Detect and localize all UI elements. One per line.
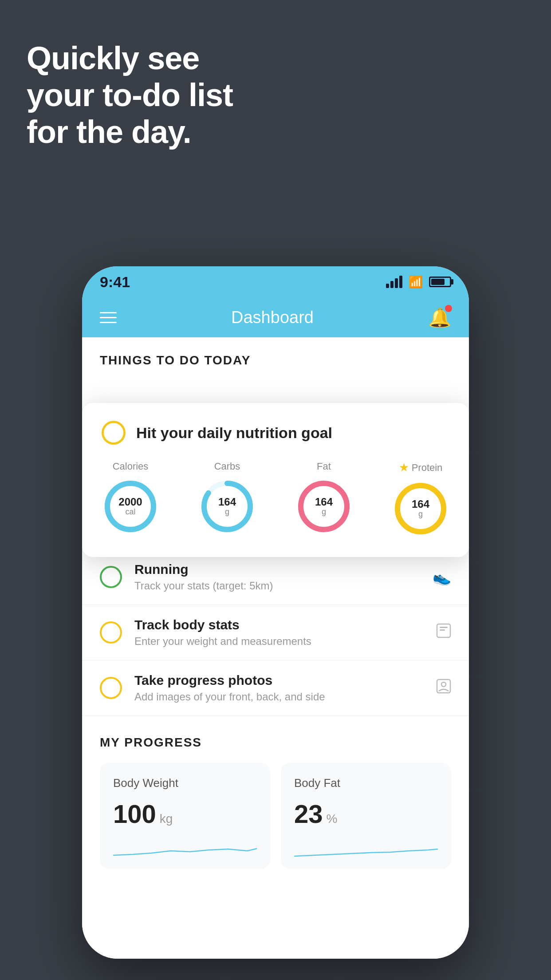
nav-bar: Dashboard 🔔 xyxy=(82,297,469,337)
progress-cards: Body Weight 100 kg Body Fat 23 xyxy=(100,763,451,869)
body-weight-title: Body Weight xyxy=(113,776,257,790)
body-weight-card[interactable]: Body Weight 100 kg xyxy=(100,763,270,869)
signal-icon xyxy=(386,276,402,288)
svg-rect-9 xyxy=(440,627,448,628)
calories-donut: 2000 cal xyxy=(102,478,159,535)
protein-label: ★ Protein xyxy=(399,461,443,474)
fat-donut: 164 g xyxy=(295,478,353,535)
nutrition-check-circle[interactable] xyxy=(102,421,126,445)
todo-body-stats[interactable]: Track body stats Enter your weight and m… xyxy=(82,605,469,660)
body-weight-unit: kg xyxy=(160,812,173,826)
status-icons: 📶 xyxy=(386,275,451,289)
todo-running[interactable]: Running Track your stats (target: 5km) 👟 xyxy=(82,549,469,605)
running-subtitle: Track your stats (target: 5km) xyxy=(134,580,433,592)
body-fat-card[interactable]: Body Fat 23 % xyxy=(281,763,451,869)
body-fat-unit: % xyxy=(327,812,338,826)
protein-value: 164 g xyxy=(412,498,429,519)
body-stats-title: Track body stats xyxy=(134,617,436,632)
nav-title: Dashboard xyxy=(231,308,314,327)
calories-label: Calories xyxy=(113,461,149,472)
battery-icon xyxy=(429,277,451,287)
shoe-icon: 👟 xyxy=(433,568,451,586)
progress-heading: MY PROGRESS xyxy=(100,735,451,750)
hero-text: Quickly see your to-do list for the day. xyxy=(27,40,233,150)
nutrition-grid: Calories 2000 cal xyxy=(102,461,449,537)
nutrition-fat: Fat 164 g xyxy=(295,461,353,535)
svg-rect-10 xyxy=(440,629,445,631)
progress-section: MY PROGRESS Body Weight 100 kg xyxy=(82,716,469,882)
carbs-donut: 164 g xyxy=(198,478,256,535)
phone-shell: 9:41 📶 Dashboard 🔔 THINGS TO DO TODAY xyxy=(82,266,469,959)
nutrition-calories: Calories 2000 cal xyxy=(102,461,159,535)
svg-point-12 xyxy=(441,682,446,687)
things-to-do-heading: THINGS TO DO TODAY xyxy=(82,337,469,376)
content-area: THINGS TO DO TODAY Hit your daily nutrit… xyxy=(82,337,469,959)
body-fat-value: 23 % xyxy=(294,799,438,829)
notification-badge xyxy=(445,305,452,312)
body-weight-number: 100 xyxy=(113,799,156,829)
body-fat-number: 23 xyxy=(294,799,323,829)
status-bar: 9:41 📶 xyxy=(82,266,469,297)
todo-progress-photos[interactable]: Take progress photos Add images of your … xyxy=(82,660,469,716)
progress-photos-text: Take progress photos Add images of your … xyxy=(134,673,436,703)
hamburger-menu[interactable] xyxy=(100,312,117,323)
progress-photos-subtitle: Add images of your front, back, and side xyxy=(134,691,436,703)
scale-icon xyxy=(436,623,451,642)
body-stats-text: Track body stats Enter your weight and m… xyxy=(134,617,436,648)
todo-list: Running Track your stats (target: 5km) 👟… xyxy=(82,549,469,716)
notification-button[interactable]: 🔔 xyxy=(428,307,451,328)
progress-photos-title: Take progress photos xyxy=(134,673,436,688)
fat-value: 164 g xyxy=(315,496,333,517)
body-fat-title: Body Fat xyxy=(294,776,438,790)
nutrition-carbs: Carbs 164 g xyxy=(198,461,256,535)
protein-donut: 164 g xyxy=(392,480,449,537)
card-header: Hit your daily nutrition goal xyxy=(102,421,449,445)
card-title: Hit your daily nutrition goal xyxy=(136,424,332,442)
body-stats-check-circle[interactable] xyxy=(100,621,122,644)
fat-label: Fat xyxy=(317,461,331,472)
body-stats-subtitle: Enter your weight and measurements xyxy=(134,635,436,648)
running-text: Running Track your stats (target: 5km) xyxy=(134,562,433,592)
running-check-circle[interactable] xyxy=(100,566,122,588)
calories-value: 2000 cal xyxy=(118,496,142,517)
body-weight-value: 100 kg xyxy=(113,799,257,829)
nutrition-protein: ★ Protein 164 g xyxy=(392,461,449,537)
protein-star-icon: ★ xyxy=(399,461,409,474)
progress-photos-check-circle[interactable] xyxy=(100,677,122,699)
body-weight-chart xyxy=(113,838,257,860)
wifi-icon: 📶 xyxy=(409,275,423,289)
carbs-label: Carbs xyxy=(214,461,240,472)
running-title: Running xyxy=(134,562,433,577)
portrait-icon xyxy=(436,679,451,697)
carbs-value: 164 g xyxy=(218,496,236,517)
body-fat-chart xyxy=(294,838,438,860)
status-time: 9:41 xyxy=(100,273,130,291)
nutrition-card: Hit your daily nutrition goal Calories xyxy=(82,403,469,557)
